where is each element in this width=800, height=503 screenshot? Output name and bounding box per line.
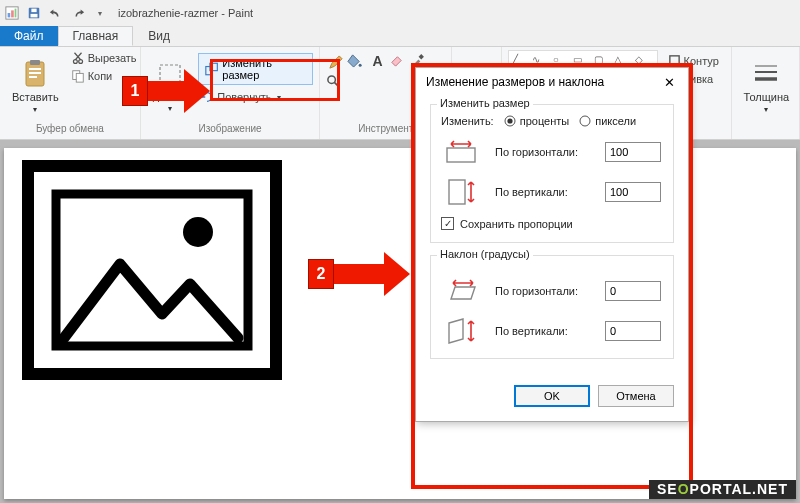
- svg-rect-6: [31, 14, 38, 18]
- undo-icon[interactable]: [48, 5, 64, 21]
- dialog-titlebar: Изменение размеров и наклона ✕: [416, 68, 688, 96]
- vertical-skew-icon: [441, 316, 481, 346]
- cut-button[interactable]: Вырезать: [69, 50, 139, 66]
- svg-point-32: [580, 116, 590, 126]
- svg-rect-11: [29, 76, 37, 78]
- svg-rect-23: [669, 56, 678, 65]
- keep-aspect-checkbox[interactable]: ✓ Сохранить пропорции: [441, 217, 663, 230]
- svg-point-31: [507, 118, 512, 123]
- svg-point-19: [359, 64, 362, 67]
- close-button[interactable]: ✕: [654, 71, 684, 93]
- chevron-down-icon: ▾: [33, 105, 37, 114]
- fill-icon[interactable]: [347, 53, 365, 71]
- svg-rect-33: [447, 148, 475, 162]
- radio-percent[interactable]: проценты: [504, 115, 570, 127]
- resize-button[interactable]: Изменить размер: [198, 53, 313, 85]
- zoom-icon[interactable]: [326, 74, 344, 92]
- cancel-button[interactable]: Отмена: [598, 385, 674, 407]
- svg-point-29: [183, 217, 213, 247]
- checkbox-icon: ✓: [441, 217, 454, 230]
- svg-rect-9: [29, 68, 41, 70]
- group-image-label: Изображение: [147, 123, 314, 136]
- window-title: izobrazhenie-razmer - Paint: [118, 7, 253, 19]
- rotate-button[interactable]: Повернуть▾: [198, 89, 313, 105]
- svg-rect-8: [30, 60, 40, 65]
- horizontal-resize-icon: [441, 137, 481, 167]
- paste-button[interactable]: Вставить ▾: [6, 50, 65, 123]
- save-icon[interactable]: [26, 5, 42, 21]
- callout-1-number: 1: [122, 76, 148, 106]
- paste-label: Вставить: [12, 91, 59, 103]
- svg-rect-34: [449, 180, 465, 204]
- thickness-button[interactable]: Толщина▾: [738, 50, 796, 123]
- text-icon[interactable]: A: [368, 53, 386, 71]
- skew-fieldset: Наклон (градусы) По горизонтали: По верт…: [430, 255, 674, 359]
- callout-1: 1: [122, 69, 210, 113]
- callout-2-number: 2: [308, 259, 334, 289]
- radio-pixels[interactable]: пиксели: [579, 115, 636, 127]
- dialog-title: Изменение размеров и наклона: [426, 75, 604, 89]
- group-clipboard: Вставить ▾ Вырезать Копи Буфер обмена: [0, 47, 141, 139]
- qat-more-icon[interactable]: ▾: [92, 5, 108, 21]
- svg-rect-1: [8, 13, 11, 17]
- outline-button[interactable]: Контур: [666, 53, 721, 68]
- ribbon-tabs: Файл Главная Вид: [0, 26, 800, 47]
- vertical-input[interactable]: [605, 182, 661, 202]
- app-icon: [4, 5, 20, 21]
- svg-point-12: [73, 60, 77, 64]
- eraser-icon[interactable]: [389, 53, 407, 71]
- skew-group-label: Наклон (градусы): [437, 248, 533, 260]
- pencil-icon[interactable]: [326, 53, 344, 71]
- svg-rect-3: [15, 9, 17, 18]
- svg-point-13: [78, 60, 82, 64]
- tab-view[interactable]: Вид: [133, 26, 185, 46]
- quick-access-toolbar: ▾: [4, 5, 108, 21]
- svg-rect-20: [419, 54, 424, 59]
- resize-label: Изменить размер: [222, 57, 306, 81]
- keep-aspect-label: Сохранить пропорции: [460, 218, 573, 230]
- tab-file[interactable]: Файл: [0, 26, 58, 46]
- horizontal-label: По горизонтали:: [495, 146, 595, 158]
- skew-vertical-input[interactable]: [605, 321, 661, 341]
- watermark: SEOPORTAL.NET: [649, 480, 796, 499]
- ok-button[interactable]: OK: [514, 385, 590, 407]
- group-thickness: Толщина▾: [732, 47, 800, 139]
- skew-horizontal-input[interactable]: [605, 281, 661, 301]
- image-placeholder-icon: [22, 160, 282, 380]
- vertical-resize-icon: [441, 177, 481, 207]
- vertical-label: По вертикали:: [495, 186, 595, 198]
- svg-rect-2: [11, 10, 14, 17]
- svg-rect-15: [76, 73, 83, 82]
- skew-horizontal-label: По горизонтали:: [495, 285, 595, 297]
- redo-icon[interactable]: [70, 5, 86, 21]
- horizontal-skew-icon: [441, 276, 481, 306]
- skew-vertical-label: По вертикали:: [495, 325, 595, 337]
- title-bar: ▾ izobrazhenie-razmer - Paint: [0, 0, 800, 26]
- resize-dialog: Изменение размеров и наклона ✕ Изменить …: [415, 67, 689, 422]
- resize-group-label: Изменить размер: [437, 97, 533, 109]
- group-clipboard-label: Буфер обмена: [6, 123, 134, 136]
- horizontal-input[interactable]: [605, 142, 661, 162]
- svg-rect-10: [29, 72, 41, 74]
- tab-home[interactable]: Главная: [58, 26, 134, 46]
- callout-2: 2: [308, 252, 410, 296]
- svg-point-21: [328, 76, 336, 84]
- svg-rect-5: [31, 9, 36, 13]
- resize-fieldset: Изменить размер Изменить: проценты пиксе…: [430, 104, 674, 243]
- change-label: Изменить:: [441, 115, 494, 127]
